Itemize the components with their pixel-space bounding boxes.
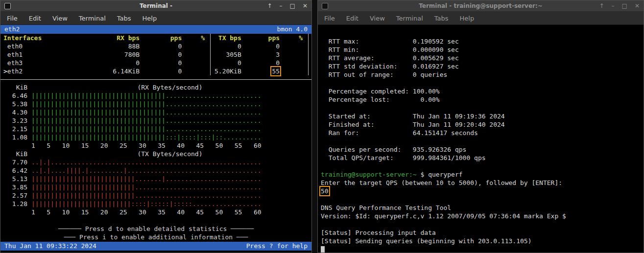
terminal-line: Percentage completed: 100.00% [321, 87, 644, 95]
column-separator [305, 42, 309, 50]
graph-scale-label: 1.08 [8, 133, 27, 141]
menu-item-terminal[interactable]: Terminal [396, 15, 423, 22]
menu-item-tabs[interactable]: Tabs [434, 15, 449, 22]
text-segment: Percentage lost: 0.00% [321, 96, 440, 103]
terminal-line [321, 195, 644, 204]
graph-row: 4.30|||||||||||||||||||||||||||||||||||.… [8, 108, 309, 116]
terminal-output: RTT max: 0.190592 sec RTT min: 0.000090 … [318, 25, 644, 253]
terminal-screen[interactable]: RTT max: 0.190592 sec RTT min: 0.000090 … [318, 25, 644, 253]
tx-percent-value [280, 42, 303, 50]
terminal-line: Version: $Id: queryperf.c,v 1.12 2007/09… [321, 212, 644, 220]
minimize-button[interactable]: – [280, 0, 283, 11]
menu-item-help[interactable]: Help [460, 15, 475, 22]
table-separator-line [0, 79, 311, 80]
graph-bars: |||||||||||||||||||||||||||||||||||.....… [31, 125, 262, 133]
interface-row-eth3[interactable]: eth30000 [0, 59, 311, 67]
menu-item-help[interactable]: Help [143, 15, 157, 22]
text-segment: RTT std deviation: 0.016927 sec [321, 63, 459, 70]
minimize-button[interactable]: – [612, 0, 615, 11]
graph-row: 2.57|||||||||||||||||||||||||||.........… [8, 191, 309, 200]
text-segment: training@support-server:~ [321, 171, 417, 178]
close-button[interactable]: ✕ [303, 0, 308, 11]
graph-axis-labels: 1 5 10 15 20 25 30 35 40 45 50 55 60 [31, 208, 262, 216]
graph-unit-label: KiB [8, 150, 27, 158]
close-button[interactable]: ✕ [635, 0, 640, 11]
terminal-line [321, 137, 644, 145]
header-rx-bps: RX bps [105, 34, 140, 42]
bmon-screen[interactable]: eth2 bmon 4.0 Interfaces RX bps pps % TX… [0, 25, 311, 253]
tx-percent-value [280, 67, 303, 75]
graph-scale-label: 7.70 [8, 158, 27, 166]
graph-row: 6.46|||||||||||||||||||||||||||||||||||.… [8, 92, 309, 100]
graph-scale-label: 2.57 [8, 191, 27, 200]
header-tx-bps: TX bps [211, 34, 241, 42]
header-rx-pps: pps [140, 34, 182, 42]
graph-unit-label: KiB [8, 83, 27, 92]
hint-additional-information: ─── Press i to enable additional informa… [0, 233, 311, 241]
terminal-line: Enter the target QPS (between 10 to 5000… [321, 179, 644, 187]
menu-item-edit[interactable]: Edit [346, 15, 358, 22]
terminal-app-icon [322, 3, 328, 9]
right-menu-bar: FileEditViewTerminalTabsHelp [318, 12, 644, 25]
text-segment: [Status] Sending queries (beginning with… [321, 237, 531, 245]
text-segment: RTT average: 0.005629 sec [321, 54, 459, 62]
left-titlebar[interactable]: Terminal - ↑–□✕ [0, 0, 311, 12]
terminal-line [321, 162, 644, 170]
terminal-line: RTT min: 0.000090 sec [321, 46, 644, 54]
column-separator [207, 50, 211, 59]
right-titlebar[interactable]: Terminal - training@support-server:~ ↑–□… [318, 0, 644, 12]
menu-item-file[interactable]: File [7, 15, 18, 22]
rx-pps-value: 0 [140, 42, 182, 50]
interface-row-eth0[interactable]: eth088B000 [0, 42, 311, 50]
terminal-line [321, 220, 644, 229]
left-terminal-window: Terminal - ↑–□✕ FileEditViewTerminalTabs… [0, 0, 312, 253]
graph-row: 3.85|||||||||||||||||||||||||||.........… [8, 183, 309, 191]
hint-detailed-statistics: ────── Press d to enable detailed statis… [0, 225, 311, 233]
rollup-button[interactable]: ↑ [599, 0, 604, 11]
statusbar-datetime: Thu Jan 11 09:33:22 2024 [4, 242, 96, 251]
graph-scale-label: 6.42 [8, 166, 27, 175]
rx-bps-value: 88B [105, 42, 140, 50]
row-selection-marker [3, 42, 7, 50]
graph-scale-label: 3.85 [8, 183, 27, 191]
menu-item-file[interactable]: File [324, 15, 335, 22]
interface-row-eth2[interactable]: >eth26.14KiB05.20KiB55 [0, 67, 311, 75]
rx-bps-value: 6.14KiB [105, 67, 140, 75]
rx-graph: KiB(RX Bytes/second)6.46||||||||||||||||… [0, 83, 311, 150]
graph-axis-labels: 1 5 10 15 20 25 30 35 40 45 50 55 60 [31, 141, 262, 150]
text-segment: $ queryperf [417, 171, 463, 178]
maximize-button[interactable]: □ [622, 0, 627, 11]
column-separator [207, 42, 211, 50]
left-window-controls: ↑–□✕ [267, 0, 308, 11]
text-segment: Started at: Thu Jan 11 09:19:36 2024 [321, 113, 505, 120]
graph-title: (RX Bytes/second) [31, 83, 309, 92]
interface-row-eth1[interactable]: eth1780B0305B3 [0, 50, 311, 59]
tx-pps-value: 55 [241, 67, 280, 75]
text-segment: [Status] Processing input data [321, 229, 436, 236]
terminal-line: RTT std deviation: 0.016927 sec [321, 62, 644, 70]
menu-item-terminal[interactable]: Terminal [79, 15, 106, 22]
tx-pps-value: 0 [241, 42, 280, 50]
menu-item-edit[interactable]: Edit [29, 15, 41, 22]
graph-bars: |||||||||||||||||||||||||||.............… [31, 183, 262, 191]
graph-bars: |||||||||||||||||||||||||||||||||||:::|:… [31, 133, 262, 141]
graph-scale-label: 5.38 [8, 100, 27, 108]
rx-percent-value [182, 42, 205, 50]
graph-bars: ..|.|...................................… [31, 158, 262, 166]
tx-bps-value: 0 [211, 42, 241, 50]
menu-item-tabs[interactable]: Tabs [117, 15, 131, 22]
rollup-button[interactable]: ↑ [267, 0, 272, 11]
text-segment: Finished at: Thu Jan 11 09:20:40 2024 [321, 121, 505, 128]
terminal-line: Total QPS/target: 999.984361/1000 qps [321, 154, 644, 162]
left-window-title: Terminal - [140, 2, 172, 9]
terminal-app-icon [4, 3, 11, 9]
menu-item-view[interactable]: View [52, 15, 68, 22]
maximize-button[interactable]: □ [290, 0, 295, 11]
menu-item-view[interactable]: View [370, 15, 385, 22]
rx-percent-value [182, 67, 205, 75]
header-tx-pps: pps [241, 34, 280, 42]
column-separator [207, 67, 211, 75]
bmon-table-header: Interfaces RX bps pps % TX bps pps % [0, 34, 311, 42]
column-separator [207, 59, 211, 67]
graph-scale-label: 3.23 [8, 116, 27, 125]
